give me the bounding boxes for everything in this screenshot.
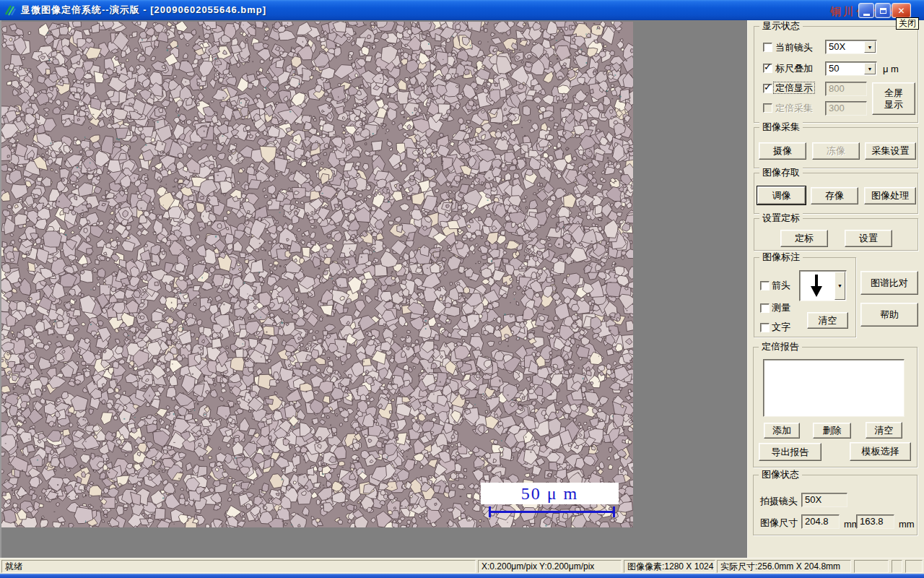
report-add-button[interactable]: 添加: [764, 423, 800, 439]
fullscreen-button[interactable]: 全屏 显示: [872, 82, 915, 115]
arrow-style-combo[interactable]: ▼: [799, 270, 847, 301]
arrow-combo-dropdown-icon[interactable]: ▼: [834, 272, 845, 300]
combo-scale-value[interactable]: 50 ▼: [825, 61, 877, 76]
combo-scale-dropdown-icon[interactable]: ▼: [864, 63, 876, 74]
combo-scale-value-text: 50: [829, 63, 839, 74]
field-capture-lens: 50X: [801, 493, 847, 507]
help-button[interactable]: 帮助: [860, 303, 918, 327]
field-image-width: 204.8: [801, 514, 840, 529]
label-text: 文字: [772, 322, 790, 332]
edit-fixed-capture-value: 300: [829, 103, 845, 113]
field-image-height-value: 163.8: [860, 516, 884, 527]
field-image-height: 163.8: [856, 514, 894, 529]
group-display-status-legend: 显示状态: [759, 20, 803, 32]
report-delete-button[interactable]: 删除: [813, 423, 851, 439]
label-current-lens: 当前镜头: [775, 42, 813, 53]
micrograph-image[interactable]: [1, 22, 633, 527]
capture-button[interactable]: 摄像: [759, 142, 806, 160]
status-ready: 就绪: [1, 560, 476, 573]
checkbox-current-lens[interactable]: [763, 43, 772, 52]
window-bottom-border: [0, 574, 924, 578]
statusbar: 就绪 X:0.200μm/pix Y:0.200μm/pix 图像像素:1280…: [0, 558, 924, 574]
group-calibration: 设置定标: [754, 218, 918, 251]
checkbox-text[interactable]: [760, 323, 770, 332]
close-button[interactable]: ✕: [892, 3, 911, 18]
combo-current-lens-value: 50X: [829, 41, 845, 52]
annotation-clear-button[interactable]: 清空: [807, 312, 848, 329]
restore-icon: [880, 8, 886, 14]
arrow-down-icon: [808, 274, 824, 298]
window-title: 显微图像定倍系统--演示版 - [20090602055646.bmp]: [21, 4, 266, 17]
checkbox-arrow[interactable]: [760, 281, 770, 290]
edit-fixed-capture: 300: [825, 101, 867, 116]
checkbox-fixed-display[interactable]: ✓: [763, 84, 772, 93]
group-image-status-legend: 图像状态: [759, 469, 802, 480]
scale-bar-label: 50 μ m: [521, 484, 579, 504]
status-actual-size: 实际尺寸:256.0mm X 204.8mm: [717, 560, 851, 573]
group-report-legend: 定倍报告: [759, 341, 802, 353]
save-image-button[interactable]: 存像: [811, 187, 858, 204]
report-listbox[interactable]: [763, 359, 905, 417]
freeze-button: 冻像: [812, 142, 860, 160]
atlas-compare-button[interactable]: 图谱比对: [860, 271, 918, 295]
status-empty-panel: [854, 560, 889, 573]
checkbox-scale-overlay[interactable]: ✓: [763, 64, 772, 73]
group-annotation-legend: 图像标注: [759, 251, 803, 263]
client-area: 50 μ m: [0, 20, 747, 558]
minimize-icon: [863, 14, 870, 16]
label-fixed-display: 定倍显示: [774, 82, 814, 93]
label-measure: 测量: [772, 302, 790, 313]
check-icon: ✓: [764, 61, 772, 72]
scale-bar-overlay: 50 μ m: [481, 483, 619, 504]
restore-button[interactable]: [875, 3, 891, 18]
label-fixed-capture: 定倍采集: [775, 103, 813, 113]
combo-current-lens[interactable]: 50X ▼: [825, 40, 877, 54]
group-calibration-legend: 设置定标: [759, 212, 803, 224]
report-clear-button[interactable]: 清空: [866, 422, 902, 439]
edit-fixed-display-value: 800: [829, 83, 845, 94]
app-window: 显微图像定倍系统--演示版 - [20090602055646.bmp] 铜川仪…: [0, 0, 924, 578]
status-resolution: X:0.200μm/pix Y:0.200μm/pix: [478, 560, 622, 573]
image-process-button[interactable]: 图像处理: [864, 187, 916, 204]
fullscreen-button-line1: 全屏: [884, 87, 903, 98]
checkbox-measure[interactable]: [760, 303, 770, 313]
group-acquisition-legend: 图像采集: [759, 121, 803, 133]
capture-settings-button[interactable]: 采集设置: [865, 142, 916, 160]
field-image-width-value: 204.8: [805, 516, 829, 527]
calibrate-button[interactable]: 定标: [780, 230, 828, 247]
fullscreen-button-line2: 显示: [884, 99, 903, 110]
load-image-button[interactable]: 调像: [757, 186, 806, 204]
status-pixels: 图像像素:1280 X 1024: [624, 560, 715, 573]
label-scale-unit: μ m: [883, 64, 899, 74]
status-empty-panel: [905, 560, 923, 573]
report-template-button[interactable]: 模板选择: [850, 442, 911, 461]
edit-fixed-display: 800: [825, 82, 867, 96]
group-storage-legend: 图像存取: [759, 167, 803, 178]
combo-current-lens-dropdown-icon[interactable]: ▼: [864, 41, 876, 53]
minimize-button[interactable]: [858, 3, 874, 18]
field-capture-lens-value: 50X: [805, 494, 821, 505]
status-empty-panel: [892, 560, 902, 573]
report-export-button[interactable]: 导出报告: [759, 443, 821, 461]
label-arrow: 箭头: [772, 280, 790, 290]
settings-button[interactable]: 设置: [845, 230, 892, 247]
check-icon: ✓: [764, 82, 772, 92]
close-icon: ✕: [897, 6, 905, 16]
label-scale-overlay: 标尺叠加: [775, 63, 813, 74]
close-tooltip: 关闭: [896, 17, 919, 30]
titlebar: 显微图像定倍系统--演示版 - [20090602055646.bmp] 铜川仪…: [0, 0, 924, 20]
scale-bar-line: [489, 506, 615, 517]
checkbox-fixed-capture: [763, 103, 772, 113]
app-icon: [4, 4, 17, 17]
